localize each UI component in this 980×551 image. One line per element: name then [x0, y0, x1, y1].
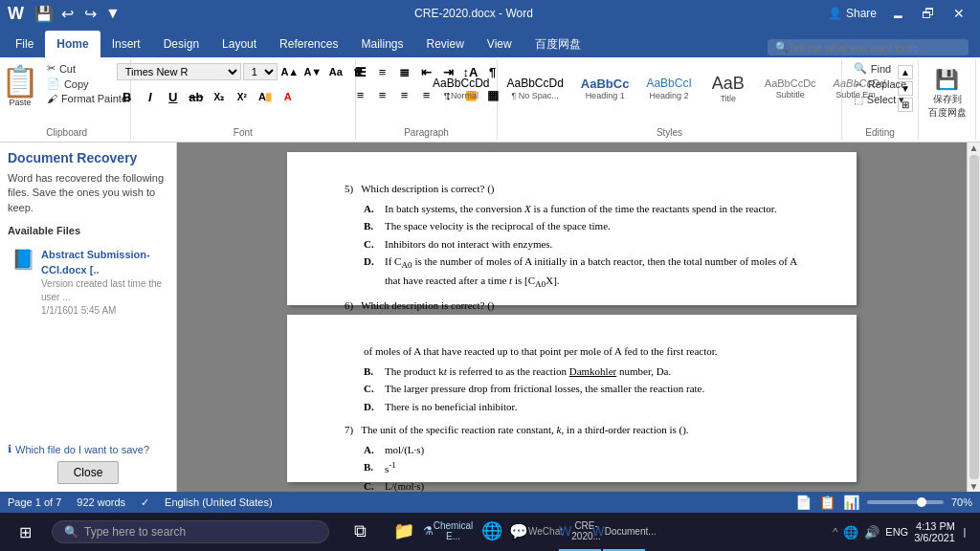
- paragraph-label: Paragraph: [356, 127, 497, 138]
- find-label: Find: [871, 63, 891, 75]
- q6-b-text: The product kt is referred to as the rea…: [385, 364, 671, 380]
- align-center-button[interactable]: ≡: [372, 84, 393, 105]
- style-heading2[interactable]: AaBbCcI Heading 2: [639, 74, 698, 102]
- find-button[interactable]: 🔍 Find: [850, 61, 895, 76]
- change-case-button[interactable]: Aa: [325, 61, 346, 82]
- bold-button[interactable]: B: [117, 86, 138, 107]
- zoom-level: 70%: [951, 496, 972, 508]
- taskbar-task-view-button[interactable]: ⧉: [339, 513, 381, 551]
- replace-button[interactable]: ↔ Replace: [850, 77, 910, 91]
- select-button[interactable]: ⬚ Select ▾: [850, 93, 909, 107]
- document-area[interactable]: 5) Which description is correct? () A. I…: [177, 143, 967, 492]
- tab-view[interactable]: View: [476, 31, 523, 57]
- number-list-button[interactable]: ≡: [372, 61, 393, 82]
- quick-save-button[interactable]: 💾: [33, 3, 55, 24]
- taskbar-wechat-button[interactable]: 💬 WeChat: [515, 513, 557, 551]
- scroll-down-button[interactable]: ▼: [969, 481, 979, 492]
- word-count: 922 words: [77, 496, 125, 508]
- taskbar-search-box[interactable]: 🔍 Type here to search: [52, 520, 329, 543]
- ribbon-search-box[interactable]: 🔍: [768, 39, 969, 55]
- underline-button[interactable]: U: [163, 86, 184, 107]
- grow-font-button[interactable]: A▲: [279, 61, 301, 82]
- style-title[interactable]: AaB Title: [702, 71, 754, 107]
- bullet-list-button[interactable]: ☰: [350, 61, 371, 82]
- tab-review[interactable]: Review: [414, 31, 475, 57]
- minimize-button[interactable]: 🗕: [884, 0, 911, 27]
- scroll-up-button[interactable]: ▲: [969, 143, 979, 153]
- tab-file[interactable]: File: [4, 31, 45, 57]
- customize-button[interactable]: ▼: [102, 3, 123, 24]
- font-size-select[interactable]: 12: [243, 63, 278, 80]
- taskbar-edge-button[interactable]: 🌐: [471, 513, 513, 551]
- sidebar-file-item[interactable]: 📘 Abstract Submission- CCI.docx [.. Vers…: [8, 242, 168, 323]
- close-sidebar-button[interactable]: Close: [57, 461, 120, 484]
- multilevel-list-button[interactable]: ≣: [394, 61, 415, 82]
- font-name-row: Times New R 12 A▲ A▼ Aa 🗑: [117, 61, 369, 82]
- zoom-slider[interactable]: [867, 500, 944, 504]
- system-tray-expand-button[interactable]: ^: [833, 526, 837, 538]
- scroll-thumb[interactable]: [969, 155, 979, 479]
- redo-button[interactable]: ↪: [79, 3, 100, 24]
- q7-a-text: mol/(L·s): [385, 442, 424, 458]
- undo-button[interactable]: ↩: [56, 3, 78, 24]
- cut-label: Cut: [59, 63, 76, 75]
- start-button[interactable]: ⊞: [4, 513, 46, 551]
- tab-design[interactable]: Design: [152, 31, 211, 57]
- format-painter-icon: 🖌: [47, 93, 57, 104]
- align-right-button[interactable]: ≡: [394, 84, 415, 105]
- editing-group: 🔍 Find ↔ Replace ⬚ Select ▾ Editing: [842, 59, 919, 140]
- read-mode-button[interactable]: 📄: [795, 495, 812, 510]
- q7-answers: A. mol/(L·s) B. s-1 C. L/(mol·s) D.: [345, 442, 799, 493]
- style-no-spacing-preview: AaBbCcDd: [506, 77, 563, 90]
- show-desktop-button[interactable]: |: [961, 526, 969, 538]
- taskbar-chemical-button[interactable]: ⚗ Chemical E...: [427, 513, 469, 551]
- subscript-button[interactable]: X₂: [209, 86, 230, 107]
- strikethrough-button[interactable]: ab: [186, 86, 207, 107]
- sidebar-footer: ℹ Which file do I want to save? Close: [8, 443, 168, 484]
- taskbar-word-doc-button[interactable]: W Document...: [603, 513, 645, 551]
- q5-answer-a: A. In batch systems, the conversion X is…: [364, 201, 799, 217]
- zoom-thumb[interactable]: [917, 497, 926, 507]
- close-button[interactable]: ✕: [946, 0, 972, 27]
- clipboard-content: 📋 Paste ✂ Cut 📄 Copy 🖌 Format Painter: [0, 61, 135, 138]
- tab-references[interactable]: References: [268, 31, 349, 57]
- highlight-button[interactable]: A▓: [255, 86, 276, 107]
- time-display: 4:13 PM: [916, 520, 955, 532]
- datetime-display[interactable]: 4:13 PM 3/6/2021: [914, 520, 955, 543]
- style-no-spacing[interactable]: AaBbCcDd ¶ No Spac...: [500, 74, 569, 102]
- save-baidu-button[interactable]: 💾 保存到百度网盘: [924, 64, 970, 121]
- style-subtitle[interactable]: AaBbCcDc Subtitle: [758, 75, 823, 102]
- ribbon-content: 📋 Paste ✂ Cut 📄 Copy 🖌 Format Painter: [0, 57, 980, 142]
- font-name-select[interactable]: Times New R: [117, 63, 241, 80]
- shrink-font-button[interactable]: A▼: [302, 61, 323, 82]
- share-label: Share: [846, 7, 877, 20]
- vertical-scrollbar[interactable]: ▲ ▼: [967, 143, 980, 492]
- style-heading1[interactable]: AaBbCc Heading 1: [574, 74, 636, 104]
- tab-baidu[interactable]: 百度网盘: [523, 31, 592, 57]
- share-button[interactable]: 👤 Share: [824, 6, 880, 21]
- print-layout-button[interactable]: 📋: [819, 495, 835, 510]
- styles-row: AaBbCcDd ¶ Normal AaBbCcDd ¶ No Spac... …: [426, 61, 913, 116]
- paste-button[interactable]: 📋 Paste: [0, 61, 41, 111]
- taskbar-file-explorer-button[interactable]: 📁: [383, 513, 425, 551]
- speaker-icon[interactable]: 🔊: [864, 525, 880, 540]
- copy-icon: 📄: [47, 77, 60, 90]
- tab-mailings[interactable]: Mailings: [349, 31, 414, 57]
- style-normal[interactable]: AaBbCcDd ¶ Normal: [426, 74, 496, 102]
- tab-insert[interactable]: Insert: [100, 31, 152, 57]
- web-layout-button[interactable]: 📊: [843, 495, 859, 510]
- q5-answer-b: B. The space velocity is the reciprocal …: [364, 218, 799, 234]
- network-icon[interactable]: 🌐: [843, 525, 858, 540]
- align-left-button[interactable]: ≡: [350, 84, 371, 105]
- q7-c-text: L/(mol·s): [385, 478, 424, 492]
- italic-button[interactable]: I: [140, 86, 161, 107]
- ribbon-search-input[interactable]: [789, 42, 961, 54]
- which-file-link[interactable]: ℹ Which file do I want to save?: [8, 443, 168, 455]
- available-files-title: Available Files: [8, 225, 168, 236]
- font-color-button[interactable]: A: [278, 86, 299, 107]
- superscript-button[interactable]: X²: [232, 86, 253, 107]
- tab-home[interactable]: Home: [45, 31, 100, 57]
- language-indicator: ENG: [885, 526, 908, 538]
- restore-button[interactable]: 🗗: [915, 0, 942, 27]
- tab-layout[interactable]: Layout: [211, 31, 268, 57]
